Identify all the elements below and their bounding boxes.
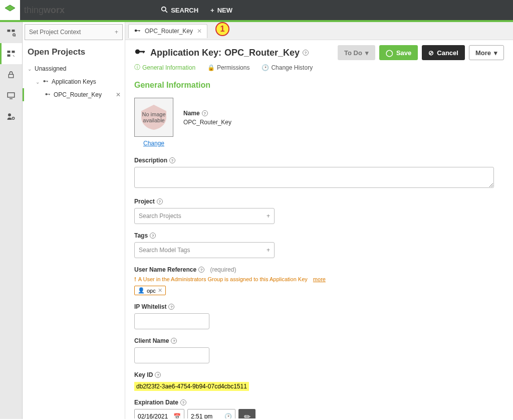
help-icon[interactable]: ? [198,267,204,273]
calendar-icon: 📅 [173,413,181,418]
plus-icon: + [115,29,118,36]
description-input[interactable] [134,167,494,188]
tree-appkeys[interactable]: ⌄ Application Keys [23,75,125,88]
plus-icon: + [210,7,214,14]
subtabs: ⓘGeneral Information 🔒Permissions 🕑Chang… [125,63,513,78]
expiration-date-input[interactable]: 02/16/2021📅 [134,409,184,418]
svg-rect-4 [8,30,11,32]
iconbar-projects[interactable] [0,43,22,64]
form-body: General Information No image available C… [125,78,513,418]
clear-date-button[interactable]: ✏ [238,409,255,418]
user-icon: 👤 [138,287,145,294]
cancel-button[interactable]: ⊘Cancel [422,45,465,60]
svg-point-18 [44,80,46,82]
search-button[interactable]: SEARCH [161,6,198,15]
todo-button[interactable]: To Do ▾ [338,45,375,60]
description-label: Description [134,157,167,164]
svg-rect-19 [45,81,48,81]
thumbnail: No image available [134,98,173,137]
project-tree: ⌄ Unassigned ⌄ Application Keys OPC_Rout… [23,62,125,101]
help-icon[interactable]: ? [180,399,186,405]
clock-icon: 🕑 [224,413,232,418]
chevron-down-icon: ▾ [494,49,497,57]
topbar: thingworx SEARCH + NEW [0,0,513,20]
plus-icon: + [267,213,270,220]
callout-badge: 1 [215,22,229,36]
svg-rect-23 [49,94,50,95]
userref-chip[interactable]: 👤 opc ✕ [134,286,166,295]
close-icon[interactable]: ✕ [158,287,162,294]
clock-icon: 🕑 [262,64,269,71]
help-icon[interactable]: ? [168,304,174,310]
svg-rect-28 [139,51,145,53]
keyid-value: db2f23f2-3ae6-4754-9b94-07cd4cbc1511 [134,382,249,391]
tree-unassigned[interactable]: ⌄ Unassigned [23,62,125,75]
entity-title: Application Key: OPC_Router_Key ? [150,48,309,58]
help-icon[interactable]: ? [157,198,163,204]
key-icon [134,27,141,36]
close-icon[interactable]: ✕ [197,28,202,35]
expiration-label: Expiration Date [134,399,178,406]
plus-icon: + [267,247,270,254]
help-icon[interactable]: ? [303,50,309,56]
brand: thingworx [24,5,65,16]
tags-label: Tags [134,232,148,239]
svg-rect-9 [12,51,15,53]
project-search[interactable]: Search Projects+ [134,208,275,224]
svg-rect-20 [47,81,48,82]
key-icon [134,46,145,59]
help-icon[interactable]: ? [150,233,156,239]
subtab-general[interactable]: ⓘGeneral Information [134,63,195,74]
help-icon[interactable]: ? [171,338,177,344]
subtab-history[interactable]: 🕑Change History [262,63,313,74]
svg-point-17 [12,117,15,120]
iconbar-security[interactable] [0,64,22,85]
svg-rect-8 [8,51,11,53]
clientname-input[interactable] [134,347,209,363]
svg-rect-22 [47,94,50,94]
lock-icon: 🔒 [207,64,215,71]
save-icon: ◯ [386,49,393,57]
editor-tab[interactable]: OPC_Router_Key ✕ [128,24,207,38]
svg-point-27 [135,49,140,54]
expiration-time-input[interactable]: 2:51 pm🕑 [187,409,235,418]
sidebar: Set Project Context + Open Projects ⌄ Un… [23,22,125,419]
new-button[interactable]: + NEW [210,6,232,15]
project-context-input[interactable]: Set Project Context + [25,24,123,40]
ipwhitelist-input[interactable] [134,313,209,329]
change-image-link[interactable]: Change [143,140,164,147]
userref-more-link[interactable]: more [313,276,326,282]
more-button[interactable]: More ▾ [469,45,504,60]
svg-rect-26 [139,30,140,31]
entity-header: Application Key: OPC_Router_Key ? To Do … [125,40,513,63]
help-icon[interactable]: ? [202,110,208,116]
key-icon [45,91,51,99]
iconbar-usersettings[interactable] [0,106,22,127]
iconbar-monitor[interactable] [0,85,22,106]
chevron-down-icon: ⌄ [36,79,40,85]
help-icon[interactable]: ? [169,157,175,163]
name-value: OPC_Router_Key [183,119,231,126]
clientname-label: Client Name [134,337,169,344]
close-icon[interactable]: ✕ [116,91,121,98]
info-icon: ⓘ [134,63,140,72]
svg-point-12 [14,56,15,57]
svg-rect-29 [143,51,144,54]
content: OPC_Router_Key ✕ 1 Application Key: OPC_… [125,22,513,419]
logo-icon [0,0,20,20]
keyid-label: Key ID [134,371,153,378]
iconbar-browse[interactable] [0,22,22,43]
chevron-down-icon: ▾ [365,49,369,57]
tags-search[interactable]: Search Model Tags+ [134,242,275,258]
svg-point-16 [8,113,11,116]
subtab-permissions[interactable]: 🔒Permissions [207,63,249,74]
ipwhitelist-label: IP Whitelist [134,303,166,310]
tree-item-opc-router-key[interactable]: OPC_Router_Key ✕ [23,88,125,101]
svg-line-3 [165,10,167,12]
chevron-down-icon: ⌄ [28,66,32,72]
help-icon[interactable]: ? [155,372,161,378]
userref-label: User Name Reference [134,266,196,273]
svg-rect-25 [137,30,140,31]
save-button[interactable]: ◯Save [379,45,418,60]
svg-line-7 [15,36,16,37]
